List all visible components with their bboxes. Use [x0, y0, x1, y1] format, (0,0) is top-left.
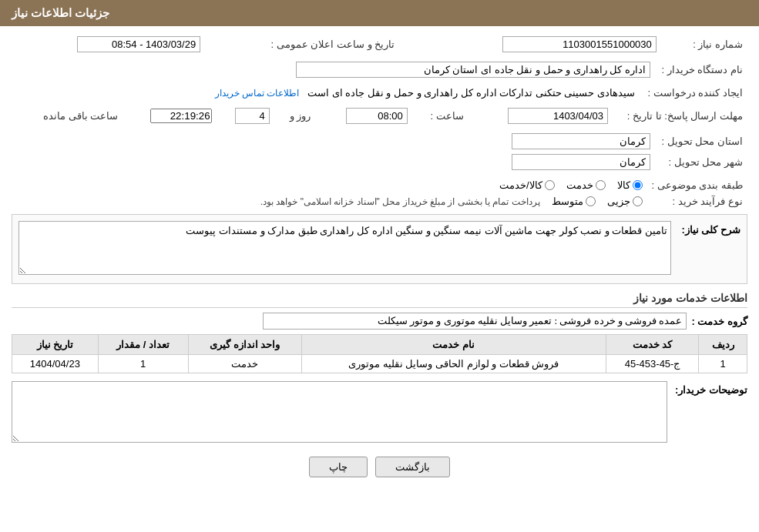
category-radio-group: کالا خدمت کالا/خدمت — [16, 179, 643, 191]
category-option-kala[interactable]: کالا — [617, 179, 643, 191]
category-table: طبقه بندی موضوعی : کالا خدمت — [12, 177, 747, 209]
group-label: گروه خدمت : — [691, 316, 747, 327]
category-option-kala-khedmat[interactable]: کالا/خدمت — [499, 179, 555, 191]
process-option-mottavasset[interactable]: متوسط — [552, 196, 596, 207]
description-inner: شرح کلی نیاز: — [18, 221, 741, 277]
col-header-code: کد خدمت — [606, 335, 699, 355]
creator-text: سیدهادی حسینی حتکنی تدارکات اداره کل راه… — [307, 87, 635, 99]
process-radio-jozi[interactable] — [633, 196, 643, 206]
creator-value-cell: سیدهادی حسینی حتکنی تدارکات اداره کل راه… — [12, 85, 640, 101]
col-header-name: نام خدمت — [301, 335, 606, 355]
category-option-khedmat[interactable]: خدمت — [566, 179, 606, 191]
back-button[interactable]: بازگشت — [375, 457, 450, 477]
province-value-cell — [12, 131, 655, 152]
description-textarea[interactable] — [18, 221, 671, 275]
services-table: ردیف کد خدمت نام خدمت واحد اندازه گیری ت… — [12, 334, 747, 373]
table-cell-unit: خدمت — [188, 355, 301, 373]
group-value-input[interactable] — [263, 313, 687, 330]
process-radio-mottavasset[interactable] — [586, 196, 596, 206]
description-container: شرح کلی نیاز: — [12, 214, 747, 284]
send-time-label: ساعت : — [412, 105, 468, 126]
province-input[interactable] — [512, 133, 650, 149]
col-header-unit: واحد اندازه گیری — [188, 335, 301, 355]
services-section-title: اطلاعات خدمات مورد نیاز — [12, 292, 747, 308]
buyer-org-label: نام دستگاه خریدار : — [655, 59, 747, 80]
send-time-value-cell — [318, 105, 411, 126]
city-label: شهر محل تحویل : — [655, 152, 747, 172]
buyer-desc-input-area — [12, 381, 667, 445]
shomara-value-cell — [422, 34, 661, 55]
services-table-header: ردیف کد خدمت نام خدمت واحد اندازه گیری ت… — [12, 335, 747, 355]
buyer-org-value-cell — [12, 59, 655, 80]
table-cell-date: 1404/04/23 — [12, 355, 99, 373]
page-wrapper: جزئیات اطلاعات نیاز شماره نیاز : تاریخ و… — [0, 0, 759, 532]
buyer-desc-container: توضیحات خریدار: — [12, 381, 747, 445]
description-text-area — [18, 221, 671, 277]
announcement-label: تاریخ و ساعت اعلان عمومی : — [205, 34, 399, 55]
send-date-input[interactable] — [508, 108, 608, 124]
process-label-mottavasset: متوسط — [552, 196, 583, 207]
buyer-desc-label: توضیحات خریدار: — [675, 381, 747, 396]
table-cell-quantity: 1 — [98, 355, 188, 373]
send-date-label: مهلت ارسال پاسخ: تا تاریخ : — [613, 105, 747, 126]
page-title: جزئیات اطلاعات نیاز — [12, 6, 109, 19]
shomara-input[interactable] — [502, 36, 657, 52]
print-button[interactable]: چاپ — [309, 457, 368, 477]
category-radio-khedmat[interactable] — [596, 180, 606, 190]
send-date-table: مهلت ارسال پاسخ: تا تاریخ : ساعت : روز و… — [12, 105, 747, 126]
table-cell-code: ج-45-453-45 — [606, 355, 699, 373]
send-days-input[interactable] — [235, 108, 270, 124]
send-date-value-cell — [468, 105, 613, 126]
send-time-input[interactable] — [346, 108, 408, 124]
send-remaining-label: ساعت باقی مانده — [12, 105, 123, 126]
description-label: شرح کلی نیاز: — [679, 221, 741, 236]
process-group: جزیی متوسط پرداخت تمام یا بخشی از مبلغ خ… — [16, 196, 643, 207]
process-label-jozi: جزیی — [607, 196, 630, 207]
category-label-kala: کالا — [617, 179, 630, 191]
contact-link[interactable]: اطلاعات تماس خریدار — [215, 88, 300, 99]
process-label: نوع فرآیند خرید : — [647, 193, 747, 209]
table-row: 1ج-45-453-45فروش قطعات و لوازم الحاقی وس… — [12, 355, 747, 373]
buyer-org-table: نام دستگاه خریدار : — [12, 59, 747, 80]
process-radio-group: جزیی متوسط — [552, 196, 643, 207]
col-header-qty: تعداد / مقدار — [98, 335, 188, 355]
page-header: جزئیات اطلاعات نیاز — [0, 0, 759, 26]
province-label: استان محل تحویل : — [655, 131, 747, 152]
col-header-row-num: ردیف — [699, 335, 747, 355]
table-cell-name: فروش قطعات و لوازم الحاقی وسایل نقلیه مو… — [301, 355, 606, 373]
process-value-cell: جزیی متوسط پرداخت تمام یا بخشی از مبلغ خ… — [12, 193, 647, 209]
city-input[interactable] — [512, 154, 650, 170]
send-days-value-cell — [217, 105, 274, 126]
col-header-date: تاریخ نیاز — [12, 335, 99, 355]
content-area: شماره نیاز : تاریخ و ساعت اعلان عمومی : … — [0, 26, 759, 497]
category-value-cell: کالا خدمت کالا/خدمت — [12, 177, 647, 193]
send-days-label: روز و — [274, 105, 319, 126]
creator-table: ایجاد کننده درخواست : سیدهادی حسینی حتکن… — [12, 85, 747, 101]
shomara-label: شماره نیاز : — [661, 34, 747, 55]
send-remaining-value-cell — [123, 105, 216, 126]
province-table: استان محل تحویل : شهر محل تحویل : — [12, 131, 747, 172]
process-description: پرداخت تمام یا بخشی از مبلغ خریداز محل "… — [260, 196, 540, 207]
category-radio-kala-khedmat[interactable] — [545, 180, 555, 190]
category-radio-kala[interactable] — [633, 180, 643, 190]
process-option-jozi[interactable]: جزیی — [607, 196, 643, 207]
send-remaining-input[interactable] — [150, 109, 212, 123]
category-label-kala-khedmat: کالا/خدمت — [499, 179, 542, 191]
announcement-input[interactable] — [77, 36, 200, 52]
table-cell-row_num: 1 — [699, 355, 747, 373]
button-group: بازگشت چاپ — [12, 457, 747, 489]
announcement-value-cell — [12, 34, 205, 55]
buyer-desc-textarea[interactable] — [12, 381, 667, 443]
top-info-table: شماره نیاز : تاریخ و ساعت اعلان عمومی : — [12, 34, 747, 55]
city-value-cell — [12, 152, 655, 172]
buyer-org-input[interactable] — [296, 62, 650, 78]
creator-label: ایجاد کننده درخواست : — [640, 85, 747, 101]
category-label: طبقه بندی موضوعی : — [647, 177, 747, 193]
service-group-row: گروه خدمت : — [12, 313, 747, 330]
category-label-khedmat: خدمت — [566, 179, 593, 191]
